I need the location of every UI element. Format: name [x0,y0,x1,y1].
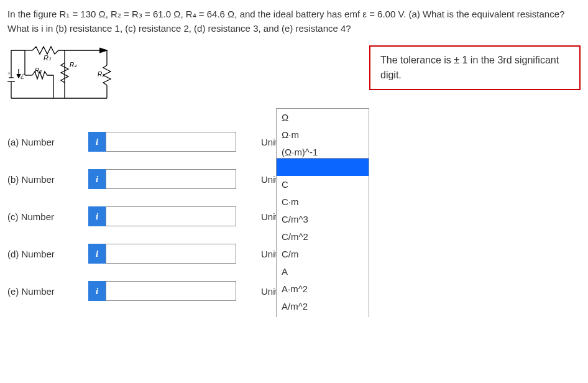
info-icon[interactable]: i [88,281,106,301]
units-dropdown-a-open[interactable]: Ω Ω·m (Ω·m)^-1 [276,108,369,162]
question-line2: What is i in (b) resistance 1, (c) resis… [7,23,351,34]
part-b-row: (b) Number i Units C C·m C/m^3 C/m^2 C/m… [7,160,581,198]
info-icon[interactable]: i [88,132,106,152]
part-c-number-input[interactable] [106,206,236,226]
svg-text:R₂: R₂ [35,67,42,74]
option-blank[interactable] [277,159,369,176]
part-b-number-input[interactable] [106,169,236,189]
units-dropdown-b-open[interactable]: C C·m C/m^3 C/m^2 C/m A A·m^2 A/m^2 A/m … [276,158,369,317]
option-am2[interactable]: A·m^2 [277,280,369,298]
option-cm2[interactable]: C/m^2 [277,228,369,246]
option-cm3[interactable]: C/m^3 [277,211,369,228]
part-c-label: (c) Number [7,211,88,222]
info-icon[interactable]: i [88,244,106,264]
option-cm1[interactable]: C/m [277,246,369,263]
info-icon[interactable]: i [88,206,106,226]
part-e-number-input[interactable] [106,281,236,301]
option-a-m[interactable]: A/m [277,315,369,317]
part-a-row: (a) Number i Units Ω Ω·m (Ω·m)^-1 [7,123,581,160]
tolerance-note: The tolerance is ± 1 in the 3rd signific… [369,45,581,90]
option-a-m2[interactable]: A/m^2 [277,298,369,315]
option-ohm[interactable]: Ω [277,109,369,126]
part-a-label: (a) Number [7,137,88,147]
circuit-diagram: R₁ R₂ R₄ R₃ ℰ + [7,45,116,104]
part-d-label: (d) Number [7,249,88,259]
svg-text:R₃: R₃ [98,71,105,78]
svg-text:+: + [7,70,11,76]
part-e-label: (e) Number [7,286,88,297]
option-a[interactable]: A [277,263,369,280]
part-b-label: (b) Number [7,174,88,185]
part-a-number-input[interactable] [106,132,236,152]
svg-text:R₄: R₄ [70,62,77,68]
svg-text:ℰ: ℰ [20,73,25,80]
svg-text:R₁: R₁ [44,54,51,62]
option-ohm-m[interactable]: Ω·m [277,126,369,144]
question-text: In the figure R₁ = 130 Ω, R₂ = R₃ = 61.0… [7,7,581,35]
part-d-number-input[interactable] [106,244,236,264]
option-cm[interactable]: C·m [277,193,369,211]
info-icon[interactable]: i [88,169,106,189]
question-line1: In the figure R₁ = 130 Ω, R₂ = R₃ = 61.0… [7,9,564,19]
option-c[interactable]: C [277,176,369,193]
